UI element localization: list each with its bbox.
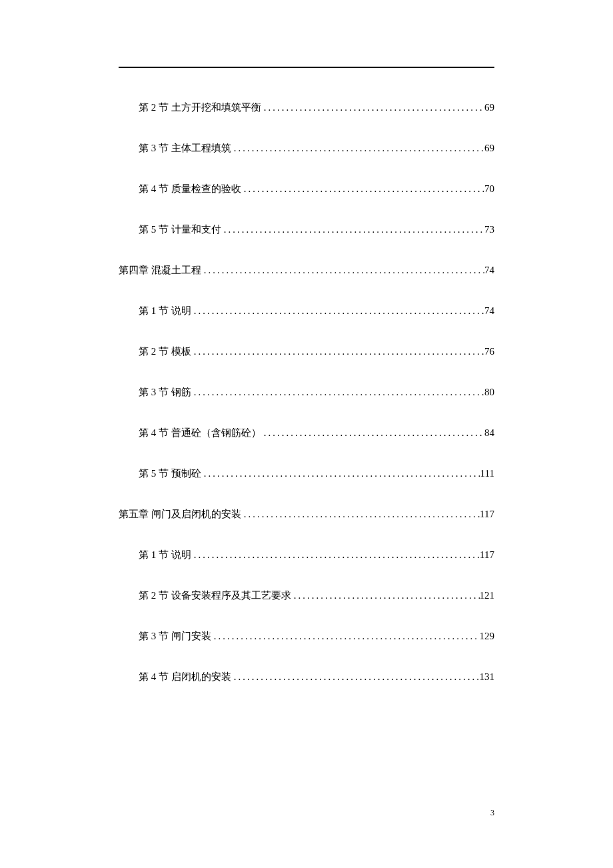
- toc-entry: 第 1 节 说明 74: [119, 305, 494, 317]
- toc-page: 76: [484, 346, 494, 357]
- toc-entry: 第 3 节 闸门安装 129: [119, 630, 494, 643]
- toc-page: 121: [480, 590, 495, 601]
- toc-title: 第 2 节 设备安装程序及其工艺要求: [139, 589, 291, 602]
- toc-title: 第 2 节 模板: [139, 345, 191, 358]
- toc-entry: 第四章 混凝土工程 74: [119, 264, 494, 277]
- toc-title: 第 2 节 土方开挖和填筑平衡: [139, 101, 261, 114]
- toc-page: 69: [484, 102, 494, 113]
- toc-page: 80: [484, 387, 494, 398]
- toc-dots: [241, 183, 484, 195]
- toc-dots: [201, 468, 480, 479]
- toc-dots: [201, 265, 484, 276]
- toc-entry: 第 2 节 土方开挖和填筑平衡 69: [119, 101, 494, 114]
- toc-dots: [261, 102, 484, 113]
- toc-title: 第 4 节 质量检查的验收: [139, 183, 241, 195]
- toc-dots: [191, 387, 484, 398]
- toc-page: 74: [484, 265, 494, 276]
- toc-page: 69: [484, 143, 494, 154]
- toc-entry: 第 3 节 主体工程填筑 69: [119, 142, 494, 155]
- toc-dots: [221, 224, 484, 235]
- toc-page: 74: [484, 305, 494, 317]
- toc-page: 117: [480, 509, 494, 520]
- toc-title: 第 5 节 计量和支付: [139, 223, 221, 236]
- toc-dots: [191, 305, 484, 317]
- toc-entry: 第五章 闸门及启闭机的安装 117: [119, 508, 494, 521]
- toc-title: 第 4 节 启闭机的安装: [139, 671, 231, 683]
- toc-title: 第 3 节 钢筋: [139, 386, 191, 399]
- toc-title: 第 4 节 普通砼（含钢筋砼）: [139, 427, 261, 439]
- toc-entry: 第 2 节 模板 76: [119, 345, 494, 358]
- toc-dots: [261, 427, 484, 439]
- toc-dots: [231, 671, 480, 683]
- toc-dots: [191, 346, 484, 357]
- toc-page: 70: [484, 183, 494, 195]
- toc-title: 第 5 节 预制砼: [139, 467, 201, 480]
- toc-page: 129: [480, 631, 495, 642]
- toc-dots: [241, 509, 480, 520]
- page-number: 3: [490, 808, 494, 818]
- toc-dots: [291, 590, 480, 601]
- toc-page: 73: [484, 224, 494, 235]
- toc-title: 第五章 闸门及启闭机的安装: [119, 508, 241, 521]
- toc-entry: 第 5 节 计量和支付 73: [119, 223, 494, 236]
- header-divider: [119, 67, 494, 68]
- toc-page: 84: [484, 427, 494, 439]
- toc-dots: [211, 631, 480, 642]
- toc-page: 111: [480, 468, 494, 479]
- toc-title: 第 3 节 闸门安装: [139, 630, 211, 643]
- toc-entry: 第 1 节 说明 117: [119, 549, 494, 561]
- toc-dots: [231, 143, 484, 154]
- toc-page: 117: [480, 549, 494, 561]
- toc-entry: 第 5 节 预制砼 111: [119, 467, 494, 480]
- toc-entry: 第 4 节 质量检查的验收 70: [119, 183, 494, 195]
- toc-title: 第 1 节 说明: [139, 549, 191, 561]
- toc-dots: [191, 549, 480, 561]
- toc-title: 第 3 节 主体工程填筑: [139, 142, 231, 155]
- page-container: 第 2 节 土方开挖和填筑平衡 69 第 3 节 主体工程填筑 69 第 4 节…: [0, 0, 613, 683]
- toc-entry: 第 4 节 普通砼（含钢筋砼） 84: [119, 427, 494, 439]
- toc-title: 第四章 混凝土工程: [119, 264, 201, 277]
- toc-title: 第 1 节 说明: [139, 305, 191, 317]
- toc-entry: 第 4 节 启闭机的安装 131: [119, 671, 494, 683]
- toc-entry: 第 2 节 设备安装程序及其工艺要求 121: [119, 589, 494, 602]
- toc-page: 131: [480, 671, 495, 683]
- toc-entry: 第 3 节 钢筋 80: [119, 386, 494, 399]
